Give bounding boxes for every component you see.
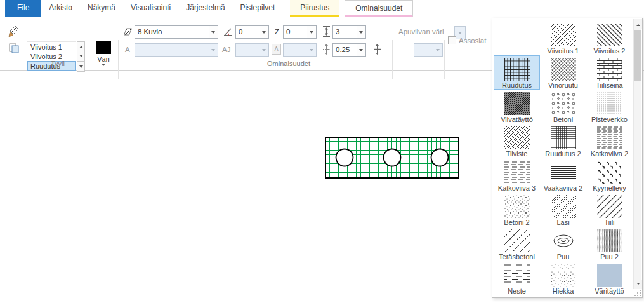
- text-combobox-value: [284, 44, 307, 56]
- tab-arkisto[interactable]: Arkisto: [41, 0, 80, 17]
- z-combobox[interactable]: 0: [283, 25, 317, 39]
- pattern-item-label: Betoni 2: [504, 219, 529, 226]
- a-label: A: [125, 46, 130, 53]
- pattern-swatch: [551, 229, 576, 252]
- pattern-item[interactable]: Betoni: [540, 90, 586, 124]
- pattern-item[interactable]: Katkoviiva 2: [586, 124, 633, 158]
- pattern-item-label: Väritäyttö: [595, 287, 624, 295]
- pattern-swatch: [504, 161, 530, 184]
- guide-color-combobox-disabled[interactable]: [414, 43, 443, 57]
- offset-icon: [322, 43, 331, 58]
- pattern-swatch: [504, 58, 530, 81]
- pattern-item[interactable]: Kyynellevy: [586, 158, 633, 193]
- text-combobox-disabled[interactable]: [283, 43, 317, 57]
- aj-combobox-disabled[interactable]: [235, 43, 269, 57]
- panel-resize-grip[interactable]: [634, 290, 641, 296]
- pattern-swatch: [551, 126, 576, 149]
- chevron-down-icon: [79, 55, 83, 59]
- tab-ominaisuudet-active[interactable]: Ominaisuudet: [345, 0, 413, 17]
- pattern-swatch: [504, 264, 530, 287]
- associative-label: Assosiat: [459, 37, 493, 44]
- symmetric-offset-icon[interactable]: [372, 43, 382, 58]
- combo-arrow-button[interactable]: [307, 26, 316, 38]
- pattern-swatch: [551, 264, 576, 287]
- panel-scrollbar[interactable]: [633, 19, 641, 289]
- pattern-item[interactable]: Puu: [540, 227, 586, 261]
- pattern-item[interactable]: Lasi: [540, 193, 586, 227]
- pattern-swatch: [597, 58, 622, 81]
- combo-arrow-button[interactable]: [260, 44, 268, 56]
- pattern-item[interactable]: [494, 21, 540, 55]
- combo-arrow-button[interactable]: [357, 44, 365, 56]
- combo-arrow-button[interactable]: [433, 44, 442, 56]
- pattern-item[interactable]: Ruudutus 2: [540, 124, 586, 158]
- pattern-item-label: Neste: [508, 287, 526, 295]
- pattern-item-label: Tiiviste: [506, 150, 528, 158]
- pattern-item-label: Betoni: [553, 116, 573, 123]
- tab-nakyma[interactable]: Näkymä: [80, 0, 123, 17]
- pattern-item-label: Lasi: [556, 219, 569, 226]
- combo-arrow-button[interactable]: [209, 26, 218, 38]
- pattern-item[interactable]: Tiili: [586, 193, 633, 227]
- pattern-item[interactable]: Tiiliseinä: [586, 55, 633, 90]
- chevron-down-icon: [262, 31, 266, 36]
- pattern-item-label: Hiekka: [553, 287, 574, 295]
- style-item-viivoitus-1[interactable]: Viivoitus 1: [27, 42, 76, 51]
- combo-arrow-button[interactable]: [357, 26, 365, 38]
- pattern-item[interactable]: Teräsbetoni: [494, 227, 540, 261]
- pattern-item[interactable]: Viivoitus 2: [586, 21, 633, 55]
- copy-properties-button[interactable]: [6, 41, 22, 55]
- chevron-down-icon: [359, 49, 363, 53]
- tab-bar: File Arkisto Näkymä Visualisointi Järjes…: [0, 0, 644, 17]
- tab-piirustus[interactable]: Piirustus: [290, 0, 339, 17]
- pattern-combobox[interactable]: 8 Kuvio: [135, 25, 218, 39]
- pattern-item-label: Tiiliseinä: [596, 81, 622, 89]
- spacing-combobox-value: 3: [333, 26, 357, 38]
- pattern-item[interactable]: Puu 2: [586, 227, 633, 261]
- pattern-item[interactable]: Viivatäyttö: [494, 90, 540, 124]
- tab-file[interactable]: File: [5, 0, 41, 17]
- gallery-up-button[interactable]: [77, 41, 85, 51]
- chevron-down-icon: [636, 283, 640, 287]
- pattern-swatch: [551, 161, 576, 184]
- pattern-item-selected[interactable]: Ruudutus: [494, 55, 540, 90]
- scroll-up-button[interactable]: [634, 19, 642, 29]
- pattern-item-label: Viivoitus 2: [594, 47, 626, 55]
- chevron-down-icon: [310, 31, 313, 36]
- hatch-brush-button[interactable]: [6, 24, 22, 38]
- pattern-item-label: Vaakaviiva 2: [544, 184, 583, 192]
- pattern-item[interactable]: Tiiviste: [494, 124, 540, 158]
- offset-combobox[interactable]: 0.25: [332, 43, 366, 57]
- hole-3: [431, 149, 449, 166]
- pattern-item[interactable]: Viivoitus 1: [540, 21, 586, 55]
- tab-pistepilvet[interactable]: Pistepilvet: [233, 0, 283, 17]
- hatched-plate-drawing[interactable]: [325, 137, 459, 179]
- z-label: Z: [275, 28, 279, 36]
- copy-properties-icon: [8, 42, 20, 55]
- color-button[interactable]: Väri: [93, 41, 114, 76]
- pattern-item[interactable]: Katkoviiva 3: [494, 158, 540, 193]
- aj-label: AJ: [222, 46, 230, 53]
- combo-arrow-button[interactable]: [209, 44, 218, 56]
- a-combobox-disabled[interactable]: [135, 43, 218, 57]
- tab-visualisointi[interactable]: Visualisointi: [123, 0, 178, 17]
- pattern-item[interactable]: Vaakaviiva 2: [540, 158, 586, 193]
- tab-jarjestelma[interactable]: Järjestelmä: [178, 0, 232, 17]
- combo-arrow-button[interactable]: [260, 26, 268, 38]
- pattern-item[interactable]: Neste: [494, 261, 540, 295]
- scroll-down-button[interactable]: [634, 280, 642, 289]
- pattern-item[interactable]: Vinoruutu: [540, 55, 586, 90]
- combo-arrow-button[interactable]: [307, 44, 316, 56]
- pattern-item[interactable]: Betoni 2: [494, 193, 540, 227]
- pattern-item[interactable]: Pisteverkko: [586, 90, 633, 124]
- pattern-swatch: [597, 264, 622, 287]
- spacing-combobox[interactable]: 3: [332, 25, 366, 39]
- scrollbar-thumb[interactable]: [634, 30, 641, 81]
- chevron-down-icon: [458, 32, 462, 36]
- pattern-swatch: [504, 195, 530, 218]
- associative-checkbox[interactable]: [448, 36, 456, 44]
- pattern-item[interactable]: Hiekka: [540, 261, 586, 295]
- pattern-item[interactable]: Väritäyttö: [586, 261, 633, 295]
- angle-combobox[interactable]: 0: [235, 25, 269, 39]
- pattern-item-label: Ruudutus: [502, 81, 532, 89]
